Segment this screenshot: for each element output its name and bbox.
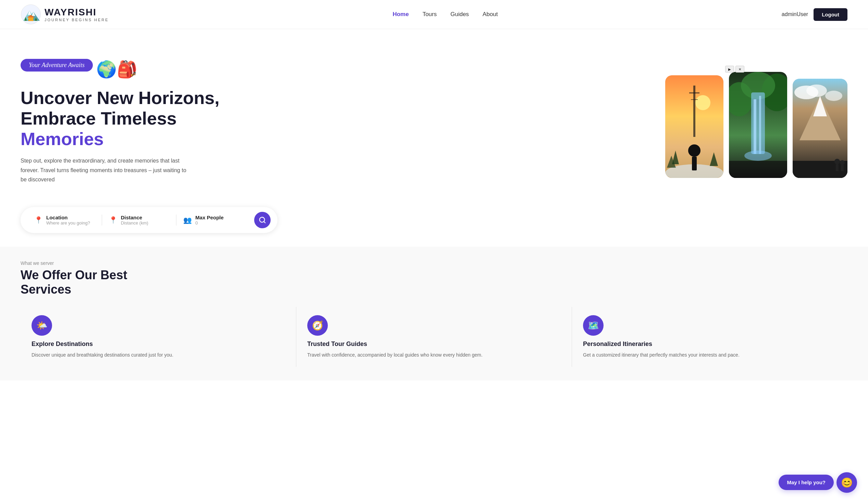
- location-icon: 📍: [34, 216, 43, 224]
- svg-rect-37: [836, 164, 838, 171]
- hero-image-1: [665, 75, 723, 178]
- svg-rect-5: [29, 18, 33, 21]
- svg-point-32: [825, 91, 842, 101]
- nav-about[interactable]: About: [483, 11, 498, 18]
- svg-point-36: [835, 159, 840, 164]
- service-card-itineraries: 🗺️ Personalized Itineraries Get a custom…: [572, 307, 847, 367]
- logo[interactable]: WAYRISHI JOURNEY BEGINS HERE: [21, 4, 109, 25]
- hero-image-2: [729, 72, 787, 178]
- nav-right: adminUser Logout: [782, 8, 847, 21]
- services-grid: 🌤️ Explore Destinations Discover unique …: [21, 307, 847, 367]
- nav-guides-link[interactable]: Guides: [450, 11, 469, 18]
- svg-point-27: [744, 151, 772, 161]
- nav-guides[interactable]: Guides: [450, 11, 469, 18]
- video-close-btn[interactable]: ✕: [735, 66, 744, 73]
- people-icon: 👥: [183, 216, 192, 224]
- hero-image-2-svg: [729, 72, 787, 178]
- distance-field[interactable]: 📍 Distance Distance (km): [102, 215, 177, 225]
- svg-rect-25: [754, 99, 756, 154]
- svg-rect-28: [729, 161, 787, 178]
- services-section: What we server We Offer Our Best Service…: [0, 247, 868, 381]
- service-icon-destinations: 🌤️: [32, 315, 52, 336]
- services-title-line1: We Offer Our Best: [21, 268, 127, 282]
- svg-rect-16: [692, 157, 697, 170]
- search-icon: [259, 216, 266, 224]
- logo-icon: [21, 4, 41, 25]
- video-controls[interactable]: ▶ ✕: [725, 66, 744, 73]
- svg-rect-39: [841, 165, 844, 171]
- services-title: We Offer Our Best Services: [21, 268, 847, 297]
- hero-heading-line1: Uncover New Horizons,: [21, 88, 220, 108]
- service-desc-guides: Travel with confidence, accompanied by l…: [307, 351, 561, 359]
- service-card-destinations: 🌤️ Explore Destinations Discover unique …: [21, 307, 296, 367]
- svg-line-41: [264, 221, 265, 223]
- hero-heading: Uncover New Horizons, Embrace Timeless M…: [21, 88, 226, 149]
- nav-about-link[interactable]: About: [483, 11, 498, 18]
- svg-rect-24: [751, 93, 765, 154]
- svg-point-31: [806, 85, 827, 97]
- svg-point-15: [688, 145, 701, 157]
- services-header: What we server We Offer Our Best Service…: [21, 260, 847, 297]
- max-people-info: Max People 0: [195, 215, 224, 225]
- location-field[interactable]: 📍 Location Where are you going?: [28, 215, 102, 225]
- svg-point-38: [840, 160, 845, 165]
- logo-tagline: JOURNEY BEGINS HERE: [44, 18, 109, 22]
- service-icon-guides: 🧭: [307, 315, 328, 336]
- navbar: WAYRISHI JOURNEY BEGINS HERE Home Tours …: [0, 0, 868, 29]
- service-name-destinations: Explore Destinations: [32, 341, 285, 348]
- nav-tours[interactable]: Tours: [422, 11, 437, 18]
- hero-heading-memories: Memories: [21, 129, 104, 149]
- distance-placeholder: Distance (km): [121, 220, 148, 225]
- location-placeholder: Where are you going?: [46, 220, 90, 225]
- destinations-icon: 🌤️: [36, 320, 47, 331]
- distance-info: Distance Distance (km): [121, 215, 148, 225]
- max-people-value: 0: [195, 220, 224, 225]
- svg-rect-12: [689, 93, 700, 94]
- service-icon-itineraries: 🗺️: [583, 315, 604, 336]
- search-section: 📍 Location Where are you going? 📍 Distan…: [0, 207, 868, 247]
- hero-image-3: [793, 79, 847, 178]
- distance-label: Distance: [121, 215, 148, 220]
- nav-home-link[interactable]: Home: [393, 11, 409, 18]
- svg-rect-35: [793, 161, 847, 178]
- hero-section: Your Adventure Awaits 🌍🎒 Uncover New Hor…: [0, 29, 868, 207]
- service-name-itineraries: Personalized Itineraries: [583, 341, 836, 348]
- service-desc-itineraries: Get a customized itinerary that perfectl…: [583, 351, 836, 359]
- svg-rect-26: [759, 96, 761, 154]
- traveler-illustration: 🌍🎒: [96, 60, 137, 79]
- service-desc-destinations: Discover unique and breathtaking destina…: [32, 351, 285, 359]
- hero-images: ▶ ✕: [665, 65, 847, 178]
- services-title-line2: Services: [21, 282, 71, 296]
- nav-links: Home Tours Guides About: [393, 11, 498, 18]
- logout-button[interactable]: Logout: [814, 8, 847, 21]
- logo-text: WAYRISHI JOURNEY BEGINS HERE: [44, 7, 109, 22]
- hero-image-1-svg: [665, 75, 723, 178]
- hero-description: Step out, explore the extraordinary, and…: [21, 156, 192, 184]
- search-bar: 📍 Location Where are you going? 📍 Distan…: [21, 207, 278, 233]
- itineraries-icon: 🗺️: [588, 320, 599, 331]
- guides-icon: 🧭: [312, 320, 323, 331]
- nav-home[interactable]: Home: [393, 11, 409, 18]
- hero-image-3-svg: [793, 79, 847, 178]
- search-button[interactable]: [254, 212, 271, 228]
- svg-point-10: [696, 95, 710, 110]
- max-people-label: Max People: [195, 215, 224, 220]
- service-name-guides: Trusted Tour Guides: [307, 341, 561, 348]
- hero-left: Your Adventure Awaits 🌍🎒 Uncover New Hor…: [21, 59, 226, 184]
- location-label: Location: [46, 215, 90, 220]
- distance-icon: 📍: [109, 216, 117, 224]
- admin-username: adminUser: [782, 11, 808, 18]
- adventure-badge: Your Adventure Awaits: [21, 59, 93, 72]
- max-people-field[interactable]: 👥 Max People 0: [176, 215, 251, 225]
- logo-name: WAYRISHI: [44, 7, 109, 18]
- hero-heading-line2: Embrace Timeless: [21, 108, 177, 128]
- svg-rect-13: [691, 99, 698, 100]
- nav-tours-link[interactable]: Tours: [422, 11, 437, 18]
- video-play-btn[interactable]: ▶: [725, 66, 734, 73]
- location-info: Location Where are you going?: [46, 215, 90, 225]
- service-card-guides: 🧭 Trusted Tour Guides Travel with confid…: [296, 307, 572, 367]
- services-subtitle: What we server: [21, 260, 847, 266]
